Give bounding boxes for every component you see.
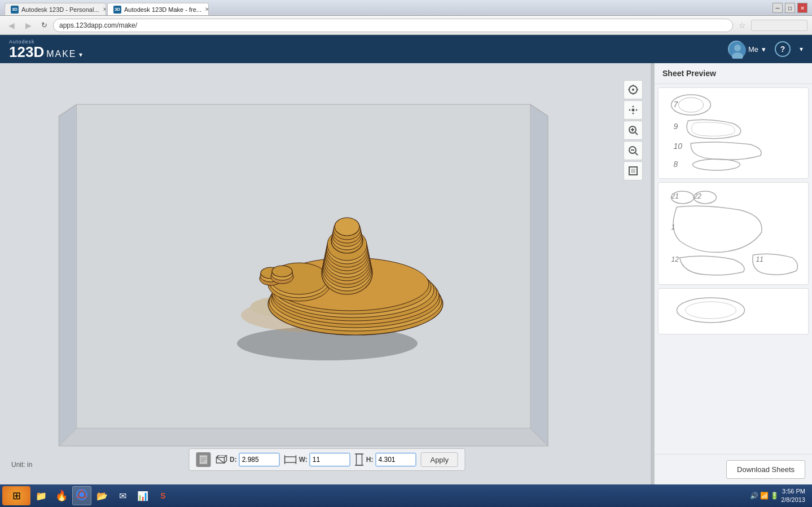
taskbar-chart[interactable]: 📊 <box>133 486 152 505</box>
minimize-btn[interactable]: ─ <box>773 3 783 13</box>
svg-marker-5 <box>530 104 548 446</box>
svg-marker-6 <box>59 428 548 446</box>
tab1-icon: 3D <box>11 6 19 14</box>
taskbar-tray: 🔊 📶 🔋 3:56 PM 2/8/2013 <box>745 487 810 505</box>
help-button[interactable]: ? <box>775 41 791 57</box>
123d-label: 123D <box>9 45 44 59</box>
depth-label: D: <box>230 456 237 464</box>
outlook-icon: ✉ <box>119 491 126 501</box>
height-icon <box>355 453 364 466</box>
sheet-item-2[interactable]: 21 22 1 12 11 <box>658 182 809 285</box>
fit-control[interactable] <box>624 161 643 180</box>
tray-clock: 3:56 PM 2/8/2013 <box>781 487 805 505</box>
avatar-image <box>729 42 746 59</box>
reload-button[interactable]: ↻ <box>38 20 50 31</box>
svg-point-81 <box>679 98 704 112</box>
browser-toolbar: ◀ ▶ ↻ ☆ <box>0 16 812 35</box>
make-label: MAKE <box>46 50 76 59</box>
3d-viewport[interactable]: Unit: in <box>0 63 654 484</box>
fit-icon <box>628 166 638 176</box>
close-btn[interactable]: ✕ <box>797 3 807 13</box>
sheet-item-1[interactable]: 7 9 10 8 <box>658 87 809 179</box>
width-input[interactable] <box>310 453 350 466</box>
taskbar-chrome[interactable] <box>72 486 91 505</box>
svg-line-62 <box>635 153 638 155</box>
app-logo: Autodesk 123D MAKE ▾ <box>9 39 82 59</box>
svg-text:12: 12 <box>671 255 679 263</box>
forward-button[interactable]: ▶ <box>21 19 35 32</box>
header-right: Me ▾ ? ▾ <box>728 41 803 58</box>
pan-icon <box>628 105 638 115</box>
bookmark-star[interactable]: ☆ <box>736 20 748 31</box>
make-dropdown-icon[interactable]: ▾ <box>79 51 82 58</box>
address-bar[interactable] <box>53 19 733 32</box>
svg-point-1 <box>734 45 741 51</box>
sheet-panel-header: Sheet Preview <box>655 63 812 84</box>
tab1-label: Autodesk 123D - Personal... <box>21 6 99 13</box>
sheet2-preview: 21 22 1 12 11 <box>663 187 804 277</box>
svg-text:7: 7 <box>674 100 679 109</box>
svg-point-94 <box>686 302 736 319</box>
svg-point-52 <box>272 266 292 277</box>
svg-text:10: 10 <box>674 142 683 151</box>
height-group: H: <box>355 453 416 466</box>
zoom-in-control[interactable] <box>624 121 643 140</box>
tab2-close[interactable]: ✕ <box>205 6 209 12</box>
taskbar-folder[interactable]: 📂 <box>93 486 112 505</box>
pan-control[interactable] <box>624 100 643 120</box>
svg-point-55 <box>632 109 635 112</box>
svg-marker-4 <box>59 104 76 446</box>
taskbar: ⊞ 📁 🔥 📂 ✉ 📊 S <box>0 484 812 507</box>
sheet-panel-content[interactable]: 7 9 10 8 <box>655 84 812 454</box>
download-sheets-button[interactable]: Download Sheets <box>726 460 805 479</box>
svg-point-54 <box>632 89 634 91</box>
tab2-label: Autodesk 123D Make - fre... <box>124 6 201 13</box>
sheet3-preview <box>663 293 804 327</box>
svg-point-46 <box>335 218 359 236</box>
zoom-out-control[interactable] <box>624 141 643 160</box>
rotate-icon <box>628 85 638 95</box>
zoom-out-icon <box>628 146 638 156</box>
height-input[interactable] <box>375 453 416 466</box>
taskbar-cad[interactable]: S <box>153 486 173 505</box>
tab2-icon: 3D <box>113 6 121 14</box>
taskbar-firefox[interactable]: 🔥 <box>52 486 71 505</box>
width-group: W: <box>284 453 350 466</box>
start-button[interactable]: ⊞ <box>2 486 30 505</box>
user-label: Me <box>748 45 758 54</box>
panel-resize-handle[interactable] <box>651 63 654 484</box>
chrome-icon <box>76 489 87 502</box>
extension-area <box>751 20 807 31</box>
apply-button[interactable]: Apply <box>420 452 458 467</box>
browser-frame: 3D Autodesk 123D - Personal... ✕ 3D Auto… <box>0 0 812 507</box>
app-header: Autodesk 123D MAKE ▾ <box>0 35 812 63</box>
app-content: Autodesk 123D MAKE ▾ <box>0 35 812 484</box>
3d-model <box>197 169 457 360</box>
depth-group: D: <box>215 453 280 466</box>
maximize-btn[interactable]: □ <box>785 3 795 13</box>
taskbar-explorer[interactable]: 📁 <box>32 486 51 505</box>
sheet-panel-footer: Download Sheets <box>655 454 812 484</box>
folder-icon: 📂 <box>96 491 108 501</box>
back-button[interactable]: ◀ <box>5 19 18 32</box>
height-label: H: <box>366 456 374 464</box>
user-avatar <box>728 41 745 58</box>
firefox-icon: 🔥 <box>55 490 68 502</box>
dimension-bar: D: W: <box>188 448 466 471</box>
depth-input[interactable] <box>239 453 280 466</box>
tray-icons: 🔊 📶 🔋 <box>750 492 779 500</box>
windows-icon: ⊞ <box>12 490 21 502</box>
explorer-icon: 📁 <box>36 491 47 501</box>
tab1-close[interactable]: ✕ <box>103 6 106 12</box>
taskbar-outlook[interactable]: ✉ <box>113 486 132 505</box>
help-dropdown-icon[interactable]: ▾ <box>800 45 803 53</box>
user-menu[interactable]: Me ▾ <box>728 41 766 58</box>
svg-line-59 <box>635 133 638 135</box>
rotate-control[interactable] <box>624 80 643 99</box>
cad-icon: S <box>160 491 165 500</box>
browser-tab-2[interactable]: 3D Autodesk 123D Make - fre... ✕ <box>107 3 209 15</box>
svg-rect-73 <box>285 457 296 462</box>
sheet-item-3[interactable] <box>658 288 809 334</box>
svg-rect-64 <box>631 169 635 173</box>
browser-tab-1[interactable]: 3D Autodesk 123D - Personal... ✕ <box>5 3 106 15</box>
